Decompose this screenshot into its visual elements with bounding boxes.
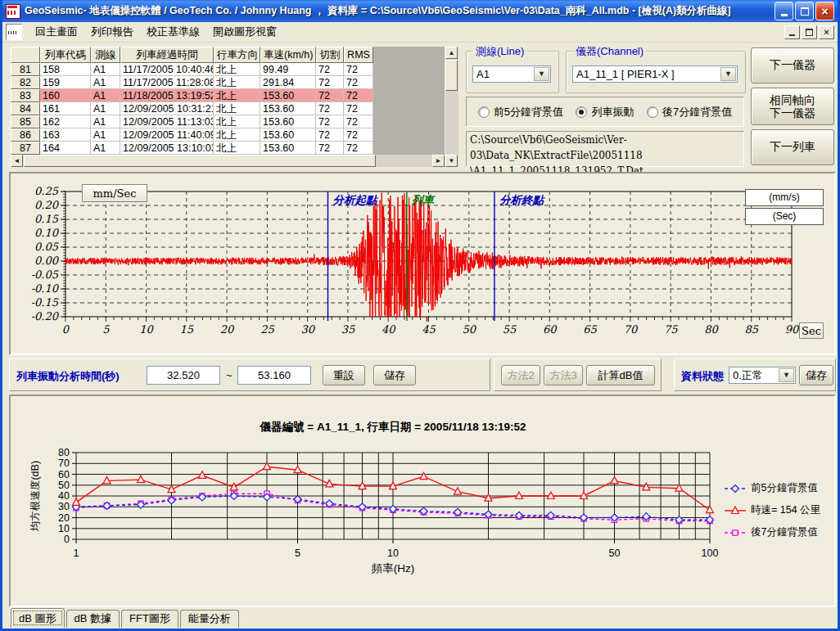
mdi-restore-button[interactable] [802,25,817,39]
data-status-value: 0.正常 [733,369,763,381]
next-channel-button[interactable]: 下一儀器 [751,47,834,83]
radio-option-3[interactable]: 後7分鐘背景值 [647,105,732,119]
radio-icon[interactable] [647,106,658,118]
table-cell: A1 [91,76,120,89]
waveform-panel: 0.250.200.150.100.050.00-0.05-0.10-0.15-… [9,172,836,355]
table-cell: 72 [344,115,373,128]
svg-text:0: 0 [64,534,70,545]
menu-item-3[interactable]: 校正基準線 [140,22,206,42]
menu-item-1[interactable]: 回主畫面 [29,22,84,42]
waveform-tool-icon[interactable] [6,24,22,40]
line-select[interactable]: A1 ▼ [472,65,551,83]
table-row[interactable]: 87164A112/09/2005 13:10:03北上153.607272 [11,142,445,155]
mdi-restore-icon [806,29,813,36]
save-time-label: 儲存 [384,368,405,383]
tab-2[interactable]: dB 數據 [66,610,120,628]
save-time-button[interactable]: 儲存 [373,365,416,385]
column-header[interactable]: 測線 [91,47,120,63]
channel-group-label: 儀器(Channel) [573,44,646,59]
row-number[interactable]: 83 [11,89,40,102]
table-cell: A1 [91,128,120,142]
chevron-down-icon[interactable]: ▼ [534,67,549,81]
svg-text:0.10: 0.10 [34,227,60,239]
row-number[interactable]: 86 [11,128,40,142]
radio-icon[interactable] [576,106,587,118]
marker-label: 分析起點 [333,193,380,206]
scroll-up-arrow-icon[interactable]: ▲ [445,47,458,59]
reset-button[interactable]: 重設 [323,365,365,385]
menu-item-2[interactable]: 列印報告 [84,22,140,42]
save-status-button[interactable]: 儲存 [799,365,833,385]
svg-text:-0.20: -0.20 [31,310,60,322]
tab-3[interactable]: FFT圖形 [121,610,178,628]
svg-text:70: 70 [624,323,639,336]
svg-text:-0.10: -0.10 [31,282,60,295]
close-button[interactable]: × [815,2,834,20]
next-train-button[interactable]: 下一列車 [751,129,834,165]
row-number[interactable]: 85 [11,115,40,128]
minimize-button[interactable] [775,2,793,20]
chevron-down-icon[interactable]: ▼ [720,67,736,81]
x-axis-title: 頻率(Hz) [372,562,415,575]
column-header[interactable]: 切割 [316,47,344,63]
hscroll-thumb[interactable] [24,155,376,167]
table-row[interactable]: 85162A112/09/2005 11:13:03北上153.607272 [11,115,445,128]
scroll-left-arrow-icon[interactable]: ◄ [11,155,23,167]
minimize-icon [781,14,788,16]
restore-button[interactable] [795,2,814,20]
row-number[interactable]: 84 [11,102,40,115]
same-axis-label-1: 相同軸向 [770,93,815,106]
table-cell: 72 [316,142,344,155]
radio-option-1[interactable]: 前5分鐘背景值 [478,105,563,119]
column-header[interactable]: RMS [344,47,373,63]
mdi-minimize-button[interactable] [784,25,800,39]
scroll-down-arrow-icon[interactable]: ▼ [445,155,458,167]
table-row[interactable]: 84161A112/09/2005 10:31:21北上153.607272 [11,102,445,115]
table-cell: 72 [316,102,344,115]
row-number[interactable]: 82 [11,76,40,89]
row-number[interactable]: 87 [11,142,40,155]
diamond-marker-icon [725,484,746,494]
same-axis-label-2: 下一儀器 [770,106,815,119]
analysis-end-input[interactable]: 53.160 [237,366,311,385]
table-cell: 72 [316,115,344,128]
calc-db-button[interactable]: 計算dB值 [586,365,655,385]
column-header[interactable]: 車速(km/h) [260,47,316,63]
tab-1[interactable]: dB 圖形 [11,608,65,628]
row-number[interactable]: 81 [11,63,40,76]
table-row[interactable]: 86163A112/09/2005 11:40:09北上153.607272 [11,128,445,142]
svg-text:-0.05: -0.05 [31,268,59,281]
scroll-right-arrow-icon[interactable]: ► [432,155,445,167]
column-header[interactable]: 列車經過時間 [120,47,214,63]
table-cell: 160 [40,89,91,102]
table-cell: 153.60 [260,89,316,102]
save-status-label: 儲存 [806,368,827,383]
svg-text:0.25: 0.25 [34,185,59,197]
restore-icon [801,7,809,16]
table-row[interactable]: 81158A111/17/2005 10:40:46北上99.497272 [11,63,445,76]
radio-icon[interactable] [478,106,490,118]
vscroll-thumb[interactable] [445,60,458,91]
data-status-select[interactable]: 0.正常 ▼ [729,367,796,384]
chevron-down-icon[interactable]: ▼ [779,368,794,382]
table-cell: 72 [316,128,344,142]
table-vscrollbar[interactable]: ▲ ▼ [445,47,458,167]
radio-option-2[interactable]: 列車振動 [576,105,634,119]
column-header[interactable]: 行車方向 [214,47,260,63]
channel-select[interactable]: A1_11_1 [ PIER1-X ] ▼ [572,65,738,83]
tab-4[interactable]: 能量分析 [180,610,239,628]
column-header[interactable]: 列車代碼 [40,47,91,63]
svg-text:0.05: 0.05 [34,241,59,253]
svg-text:100: 100 [702,548,719,559]
table-cell: 12/09/2005 11:40:09 [120,128,214,142]
menu-item-4[interactable]: 開啟圖形視窗 [206,22,283,42]
file-path-line1: C:\Source\Vb6\GeoSeismic\Ver-03\Data_NK\… [470,133,740,164]
table-hscrollbar[interactable]: ◄ ► [11,155,445,167]
table-cell: 72 [344,142,373,155]
mdi-close-button[interactable]: × [819,25,834,39]
analysis-start-input[interactable]: 32.520 [147,366,220,385]
svg-text:85: 85 [744,323,758,336]
table-row[interactable]: 83160A111/18/2005 13:19:52北上153.607272 [11,89,445,102]
same-axis-next-channel-button[interactable]: 相同軸向 下一儀器 [751,88,834,125]
table-row[interactable]: 82159A111/17/2005 11:28:08北上291.847272 [11,76,445,89]
